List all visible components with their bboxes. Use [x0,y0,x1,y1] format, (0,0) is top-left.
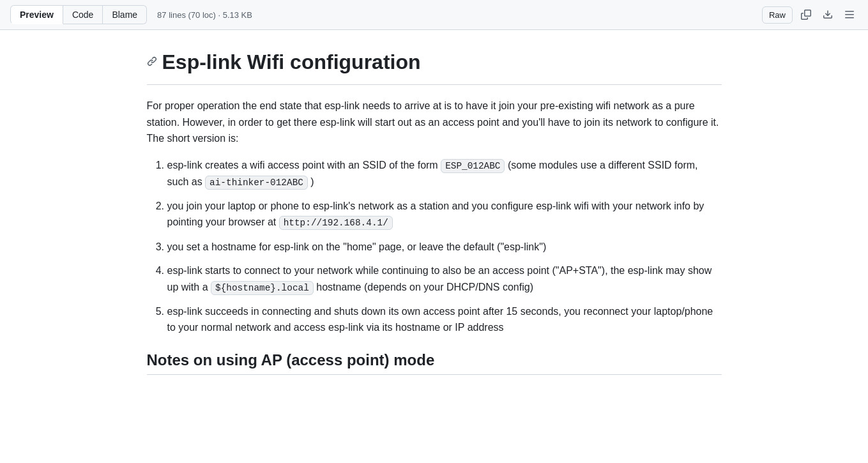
copy-button[interactable] [798,6,814,23]
toolbar-left: Preview Code Blame 87 lines (70 loc) · 5… [10,5,252,24]
tab-preview[interactable]: Preview [10,5,63,24]
step-5-text: esp-link succeeds in connecting and shut… [167,306,713,333]
step-1-close: ) [308,176,314,187]
link-icon [147,56,157,66]
code-hostname: ${hostname}.local [211,281,314,295]
steps-list: esp-link creates a wifi access point wit… [167,157,722,336]
toolbar: Preview Code Blame 87 lines (70 loc) · 5… [0,0,868,30]
list-item: you join your laptop or phone to esp-lin… [167,198,722,231]
tab-blame[interactable]: Blame [103,5,147,24]
list-item: you set a hostname for esp-link on the "… [167,239,722,255]
step-1-text: esp-link creates a wifi access point wit… [167,160,441,171]
copy-icon [801,10,811,20]
intro-paragraph: For proper operation the end state that … [147,98,722,147]
file-meta: 87 lines (70 loc) · 5.13 KB [157,10,252,20]
main-content: Esp-link Wifi configuration For proper o… [121,30,747,400]
code-url: http://192.168.4.1/ [279,216,393,230]
tab-code[interactable]: Code [63,5,103,24]
download-icon [823,10,833,20]
step-4-text-cont: hostname (depends on your DHCP/DNS confi… [314,282,533,292]
code-aithinker: ai-thinker-012ABC [205,176,308,190]
section2-heading: Notes on using AP (access point) mode [147,351,722,375]
lines-icon [844,10,855,20]
heading-anchor[interactable] [147,55,157,70]
step-3-text: you set a hostname for esp-link on the "… [167,241,547,252]
list-item: esp-link starts to connect to your netwo… [167,262,722,296]
code-esp012abc: ESP_012ABC [441,159,505,173]
raw-button[interactable]: Raw [762,6,793,24]
heading-divider [147,84,722,85]
step-2-text: you join your laptop or phone to esp-lin… [167,201,704,228]
list-item: esp-link creates a wifi access point wit… [167,157,722,190]
page-title: Esp-link Wifi configuration [162,50,421,74]
list-item: esp-link succeeds in connecting and shut… [167,303,722,336]
lines-button[interactable] [841,6,858,23]
page-heading: Esp-link Wifi configuration [147,50,722,74]
toolbar-right: Raw [762,6,858,24]
download-button[interactable] [819,6,836,23]
